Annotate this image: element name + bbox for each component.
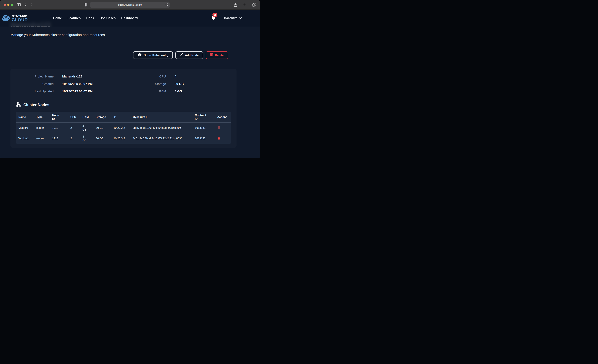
close-window-button[interactable] [4, 4, 6, 6]
table-row: Master1 leader 7915 2 4 GB 30 GB 10.20.2… [16, 123, 231, 133]
col-actions: Actions [215, 112, 231, 123]
pencil-icon [180, 53, 183, 58]
col-ip: IP [111, 112, 130, 123]
minimize-window-button[interactable] [7, 4, 9, 6]
page-content: Mahendra123 Manage your Kubernetes clust… [0, 10, 260, 158]
mycelium-cloud-logo-icon [2, 14, 10, 22]
user-name: Mahendra [224, 17, 237, 20]
col-mycelium-ip: Mycelium IP [130, 112, 192, 123]
browser-toolbar: https://myceliumcloud.tf [0, 0, 260, 10]
detail-created: Created 10/29/2025 03:07 PM [10, 82, 93, 90]
brand-e-icon [18, 15, 20, 17]
cluster-nodes-heading: Cluster Nodes [16, 102, 49, 108]
user-menu[interactable]: Mahendra [224, 17, 242, 20]
network-nodes-icon [16, 102, 21, 108]
delete-node-button[interactable] [217, 126, 220, 130]
col-contract-id: Contract ID [192, 112, 215, 123]
col-storage: Storage [93, 112, 111, 123]
trash-icon [218, 127, 220, 130]
cluster-details-panel: Project Name Mahendra123 Created 10/29/2… [10, 69, 237, 148]
chevron-down-icon [239, 17, 242, 20]
sidebar-toggle-icon[interactable] [16, 2, 22, 8]
eye-icon [137, 53, 142, 57]
delete-node-button[interactable] [217, 136, 220, 141]
table-header-row: Name Type Node ID CPU RAM Storage IP Myc… [16, 112, 231, 123]
nav-link-home[interactable]: Home [53, 16, 62, 20]
back-icon[interactable] [22, 2, 28, 8]
forward-icon[interactable] [29, 2, 35, 8]
show-kubeconfig-button[interactable]: Show Kubeconfig [133, 51, 173, 59]
delete-cluster-button[interactable]: Delete [206, 51, 228, 59]
nav-link-features[interactable]: Features [67, 16, 81, 20]
detail-project-name: Project Name Mahendra123 [10, 75, 93, 82]
col-cpu: CPU [68, 112, 80, 123]
col-type: Type [34, 112, 50, 123]
table-row: Worker1 worker 1715 2 4 GB 30 GB 10.20.3… [16, 133, 231, 144]
privacy-shield-icon[interactable] [84, 3, 87, 7]
detail-last-updated: Last Updated 10/29/2025 03:07 PM [10, 90, 93, 97]
detail-cpu: CPU 4 [125, 75, 184, 82]
window-controls [4, 4, 13, 6]
page-subtitle: Manage your Kubernetes cluster configura… [10, 33, 105, 37]
tab-overview-icon[interactable] [251, 2, 257, 8]
detail-storage: Storage 60 GB [125, 82, 184, 90]
details-left-column: Project Name Mahendra123 Created 10/29/2… [10, 75, 93, 97]
address-bar-url: https://myceliumcloud.tf [118, 4, 141, 6]
nav-link-use-cases[interactable]: Use Cases [100, 16, 116, 20]
detail-ram: RAM 8 GB [125, 90, 184, 97]
notification-count-badge: 11 [212, 13, 217, 17]
share-icon[interactable] [233, 2, 238, 8]
col-ram: RAM [80, 112, 93, 123]
col-name: Name [16, 112, 34, 123]
cluster-nodes-table: Name Type Node ID CPU RAM Storage IP Myc… [16, 112, 231, 144]
col-node-id: Node ID [50, 112, 68, 123]
details-right-column: CPU 4 Storage 60 GB RAM 8 GB [125, 75, 184, 97]
cluster-action-buttons: Show Kubeconfig Add Node Delete [133, 51, 228, 59]
bell-icon [211, 18, 216, 21]
zoom-window-button[interactable] [11, 4, 13, 6]
nav-link-docs[interactable]: Docs [86, 16, 94, 20]
brand-wordmark: MYCLIUM CLOUD [12, 14, 28, 22]
notifications-button[interactable]: 11 [211, 15, 216, 21]
brand-logo[interactable]: MYCLIUM CLOUD [2, 14, 33, 22]
trash-icon [218, 138, 220, 140]
site-navbar: MYCLIUM CLOUD Home Features Docs Use Cas… [0, 10, 260, 26]
trash-icon [210, 53, 213, 58]
nav-link-dashboard[interactable]: Dashboard [121, 16, 138, 20]
reload-icon[interactable] [165, 3, 168, 7]
primary-navigation: Home Features Docs Use Cases Dashboard [53, 16, 138, 20]
address-bar[interactable]: https://myceliumcloud.tf [90, 2, 170, 8]
add-node-button[interactable]: Add Node [175, 51, 203, 59]
new-tab-icon[interactable] [242, 2, 248, 8]
browser-window: https://myceliumcloud.tf Mahendra123 Man… [0, 0, 260, 158]
